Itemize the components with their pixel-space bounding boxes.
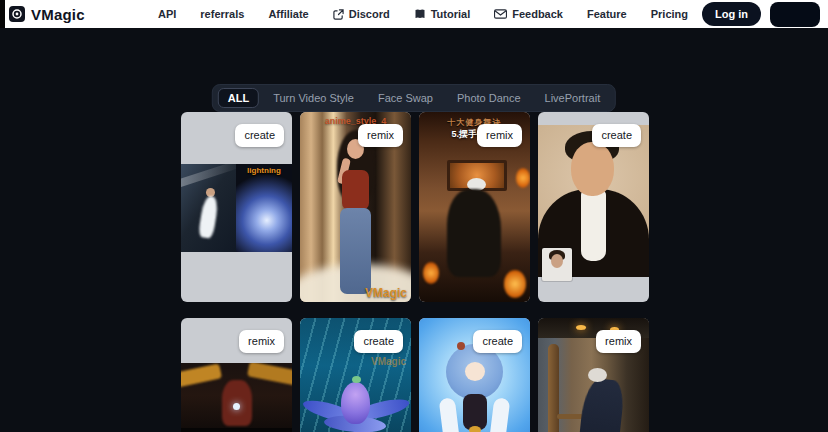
- art-layer: [581, 191, 606, 261]
- watermark: VMagic: [365, 286, 407, 300]
- art-layer: [342, 170, 369, 210]
- art-layer: [516, 168, 530, 188]
- art-layer: [352, 376, 361, 383]
- video-card[interactable]: remix: [538, 318, 649, 432]
- filter-tabbar: ALL Turn Video Style Face Swap Photo Dan…: [212, 84, 616, 112]
- art-layer: [447, 189, 501, 277]
- art-layer: [551, 254, 563, 268]
- video-card[interactable]: lightning create: [181, 112, 292, 302]
- remix-button[interactable]: remix: [358, 124, 403, 147]
- tab-photo-dance[interactable]: Photo Dance: [447, 88, 531, 108]
- remix-button[interactable]: remix: [596, 330, 641, 353]
- book-icon: [414, 8, 426, 20]
- watermark: VMagic: [371, 356, 406, 367]
- nav-link-referrals[interactable]: referrals: [200, 8, 244, 20]
- tab-face-swap[interactable]: Face Swap: [368, 88, 443, 108]
- art-layer: [340, 208, 371, 294]
- create-button[interactable]: create: [473, 330, 522, 353]
- video-card[interactable]: create: [538, 112, 649, 302]
- tab-turn-video-style[interactable]: Turn Video Style: [263, 88, 364, 108]
- overlay-caption: lightning: [236, 166, 292, 175]
- remix-button[interactable]: remix: [477, 124, 522, 147]
- art-layer: lightning: [236, 164, 292, 252]
- brand-name: VMagic: [31, 6, 85, 23]
- art-layer: [423, 262, 439, 284]
- nav-links: API referrals Affiliate Discord Tutorial…: [158, 8, 688, 20]
- art-layer: [469, 426, 481, 432]
- nav-link-discord[interactable]: Discord: [333, 8, 390, 20]
- nav-link-feedback[interactable]: Feedback: [494, 8, 563, 20]
- nav-link-api[interactable]: API: [158, 8, 176, 20]
- video-card[interactable]: 十大健身舞诀 5.摆手 甩肘 remix: [419, 112, 530, 302]
- video-card[interactable]: anime_style_4 VMagic remix: [300, 112, 411, 302]
- art-layer: [181, 363, 222, 387]
- video-card[interactable]: VMagic create: [300, 318, 411, 432]
- card-thumbnail-art: lightning: [181, 164, 292, 252]
- nav-link-pricing[interactable]: Pricing: [651, 8, 688, 20]
- vmagic-logo-icon: [9, 6, 25, 22]
- art-layer: [198, 195, 219, 239]
- remix-button[interactable]: remix: [239, 330, 284, 353]
- art-layer: [588, 368, 607, 382]
- create-button[interactable]: create: [592, 124, 641, 147]
- template-grid: lightning create anime_style_4 VMagic re…: [181, 112, 649, 432]
- art-layer: [504, 270, 526, 298]
- video-card[interactable]: create: [419, 318, 530, 432]
- art-layer: [181, 164, 236, 189]
- art-layer: [557, 414, 583, 419]
- art-layer: [465, 362, 485, 381]
- create-button[interactable]: create: [354, 330, 403, 353]
- tab-all[interactable]: ALL: [218, 88, 259, 108]
- art-layer: [576, 325, 586, 330]
- video-card[interactable]: remix: [181, 318, 292, 432]
- art-layer: [181, 428, 292, 432]
- tab-liveportrait[interactable]: LivePortrait: [535, 88, 611, 108]
- nav-left-edge: [0, 0, 5, 28]
- create-button[interactable]: create: [235, 124, 284, 147]
- art-layer: [341, 382, 370, 424]
- top-navbar: VMagic API referrals Affiliate Discord T…: [0, 0, 828, 28]
- page: VMagic API referrals Affiliate Discord T…: [0, 0, 828, 432]
- mail-icon: [494, 9, 507, 19]
- nav-link-feature[interactable]: Feature: [587, 8, 627, 20]
- art-layer: [233, 403, 240, 410]
- sign-up-button[interactable]: [770, 2, 820, 27]
- brand-logo[interactable]: VMagic: [9, 6, 85, 23]
- nav-link-affiliate[interactable]: Affiliate: [268, 8, 308, 20]
- source-face-inset: [542, 248, 572, 281]
- login-button[interactable]: Log in: [702, 2, 761, 26]
- external-link-icon: [333, 9, 344, 20]
- art-layer: [571, 142, 614, 196]
- nav-link-tutorial[interactable]: Tutorial: [414, 8, 471, 20]
- card-thumbnail-art: [181, 363, 292, 428]
- art-layer: [463, 394, 487, 430]
- art-layer: [181, 164, 236, 252]
- art-layer: [457, 342, 465, 350]
- art-layer: [247, 363, 292, 386]
